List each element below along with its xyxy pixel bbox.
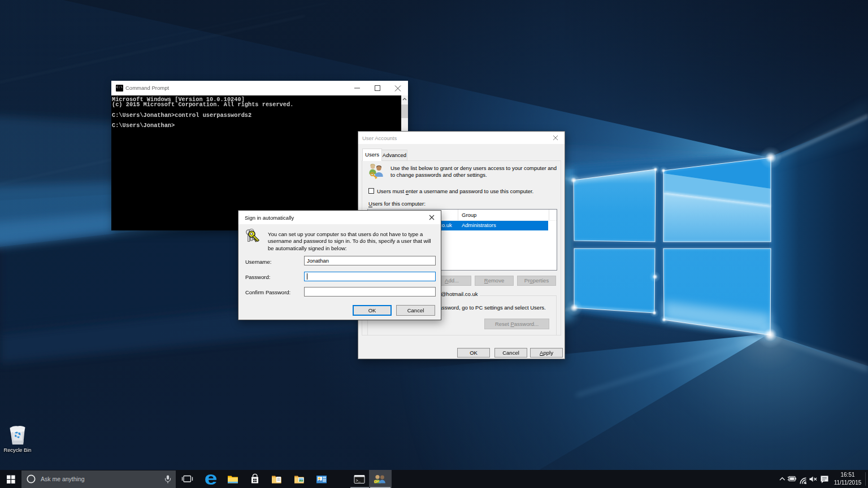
svg-text:Ask me anything: Ask me anything [41,476,85,482]
svg-text:>_: >_ [356,478,361,483]
svg-text:e: e [205,470,218,488]
svg-text:16:51: 16:51 [840,472,854,478]
svg-text:11/11/2015: 11/11/2015 [834,480,862,486]
